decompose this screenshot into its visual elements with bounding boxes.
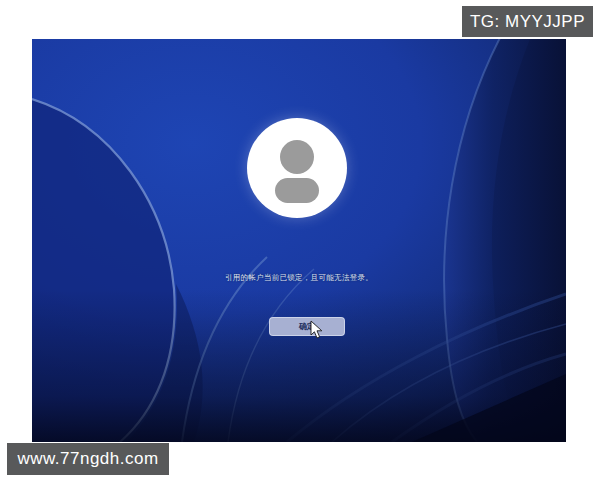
- user-avatar: [247, 118, 347, 218]
- watermark-telegram: TG: MYYJJPP: [462, 6, 593, 37]
- page: 引用的帐户当前已锁定，且可能无法登录。 确定 TG: MYYJJPP www.7…: [0, 0, 600, 480]
- watermark-website: www.77ngdh.com: [7, 443, 169, 475]
- user-silhouette-head: [280, 140, 314, 174]
- user-silhouette-body: [275, 178, 319, 203]
- windows-bloom-wallpaper: [32, 39, 566, 442]
- lockout-message: 引用的帐户当前已锁定，且可能无法登录。: [32, 273, 566, 283]
- windows-lock-screen: 引用的帐户当前已锁定，且可能无法登录。 确定: [32, 39, 566, 442]
- ok-button[interactable]: 确定: [269, 317, 345, 336]
- mouse-cursor-icon: [310, 320, 323, 339]
